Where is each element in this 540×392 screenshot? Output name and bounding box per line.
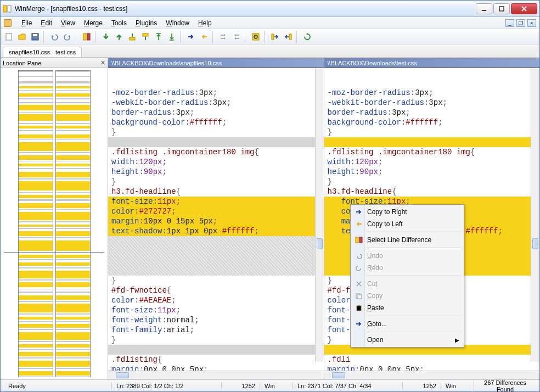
code-line[interactable]: } (108, 177, 324, 187)
first-diff-icon[interactable] (153, 31, 165, 43)
code-line[interactable]: .fdlisting .imgcontainer180 img{ (108, 147, 324, 157)
code-line[interactable]: font-size:11px; (108, 305, 324, 315)
code-line[interactable]: .fdli (324, 355, 540, 365)
location-pane-body[interactable] (1, 68, 108, 379)
ctx-paste[interactable]: Paste (352, 302, 463, 314)
code-line[interactable]: h3.fd-headline{ (108, 187, 324, 197)
ctx-goto-[interactable]: Goto... (352, 318, 463, 330)
code-line[interactable] (108, 256, 324, 266)
code-line[interactable]: -webkit-border-radius:3px; (108, 98, 324, 108)
prev-diff-yellow-icon[interactable] (139, 31, 151, 43)
code-line[interactable]: -webkit-border-radius:3px; (324, 98, 540, 108)
code-line[interactable]: background-color:#ffffff; (108, 117, 324, 127)
code-line[interactable]: margin:0px 0 0px 5px; (324, 365, 540, 371)
horizontal-scrollbar[interactable] (108, 371, 324, 379)
location-column-right[interactable] (55, 70, 91, 377)
code-line[interactable] (108, 137, 324, 147)
code-line[interactable]: margin:10px 0 15px 5px; (108, 216, 324, 226)
location-pane-close-icon[interactable]: ✕ (100, 59, 105, 66)
svg-rect-18 (358, 295, 362, 299)
code-line[interactable]: margin:0px 0 0px 5px; (108, 365, 324, 371)
paste-icon (354, 304, 364, 312)
code-line[interactable]: font-family:arial; (108, 325, 324, 335)
copy-right-icon[interactable] (185, 31, 197, 43)
next-diff-yellow-icon[interactable] (126, 31, 138, 43)
code-line[interactable]: .fdlisting{ (108, 355, 324, 365)
prev-diff-icon[interactable] (113, 31, 125, 43)
location-cursor[interactable] (4, 252, 104, 253)
code-line[interactable] (108, 246, 324, 256)
code-line[interactable] (108, 345, 324, 355)
menu-view[interactable]: View (57, 18, 80, 28)
new-icon[interactable] (3, 31, 15, 43)
status-left-eol: Win (260, 383, 292, 389)
minimize-button[interactable] (476, 3, 492, 14)
titlebar[interactable]: WinMerge - [snapfiles10.css - test.css] (1, 1, 539, 17)
menu-plugins[interactable]: Plugins (131, 18, 161, 28)
last-diff-icon[interactable] (166, 31, 178, 43)
refresh-icon[interactable] (250, 31, 262, 43)
code-line[interactable]: color:#AEAEAE; (108, 295, 324, 305)
code-line[interactable]: } (324, 177, 540, 187)
code-line[interactable]: font-weight:normal; (108, 315, 324, 325)
menu-help[interactable]: Help (194, 18, 216, 28)
menu-tools[interactable]: Tools (107, 18, 131, 28)
code-line[interactable]: } (108, 335, 324, 345)
close-button[interactable] (511, 3, 537, 14)
code-line[interactable]: } (108, 276, 324, 285)
undo-icon[interactable] (48, 31, 60, 43)
code-line[interactable]: .fdlisting .imgcontainer180 img{ (324, 147, 540, 157)
code-line[interactable] (324, 137, 540, 147)
copy-all-right-icon[interactable] (217, 31, 229, 43)
code-line[interactable]: background-color:#ffffff; (324, 117, 540, 127)
code-line[interactable]: } (108, 127, 324, 137)
menu-file[interactable]: File (17, 18, 36, 28)
copy-right-diff-icon[interactable] (269, 31, 281, 43)
code-line[interactable]: color:#272727; (108, 206, 324, 216)
maximize-button[interactable] (493, 3, 510, 14)
open-icon[interactable] (16, 31, 28, 43)
svg-rect-10 (143, 33, 148, 36)
svg-rect-15 (356, 237, 358, 243)
code-line[interactable]: h3.fd-headline{ (324, 187, 540, 197)
svg-rect-11 (252, 33, 259, 40)
menu-window[interactable]: Window (161, 18, 194, 28)
copy-left-diff-icon[interactable] (282, 31, 294, 43)
code-line[interactable]: #fd-fwnotice{ (108, 285, 324, 295)
ctx-copy-to-right[interactable]: Copy to Right (352, 206, 463, 218)
menu-edit[interactable]: Edit (36, 18, 57, 28)
code-line[interactable]: font-size:11px; (108, 197, 324, 206)
copy-left-icon[interactable] (198, 31, 210, 43)
document-tab[interactable]: snapfiles10.css - test.css (3, 47, 82, 57)
redo-icon[interactable] (61, 31, 74, 43)
ctx-open[interactable]: Open▶ (352, 334, 463, 346)
copy-all-left-icon[interactable] (230, 31, 243, 43)
code-line[interactable]: text-shadow:1px 1px 0px #ffffff; (108, 226, 324, 236)
ctx-select-line-difference[interactable]: Select Line Difference (352, 234, 463, 246)
mdi-restore-button[interactable]: ❐ (516, 19, 525, 27)
code-line[interactable] (108, 266, 324, 276)
code-line[interactable]: border-radius:3px; (324, 108, 540, 117)
code-line[interactable]: border-radius:3px; (108, 108, 324, 117)
diff-split-icon[interactable] (81, 31, 93, 43)
location-column-left[interactable] (18, 70, 53, 377)
code-line[interactable]: height:90px; (324, 167, 540, 177)
code-line[interactable]: height:90px; (108, 167, 324, 177)
rescan-icon[interactable] (301, 31, 313, 43)
code-line[interactable]: width:120px; (324, 157, 540, 167)
code-line[interactable]: -moz-border-radius:3px; (324, 88, 540, 98)
horizontal-scrollbar[interactable] (324, 371, 540, 379)
code-line[interactable]: -moz-border-radius:3px; (108, 88, 324, 98)
code-line[interactable] (108, 236, 324, 246)
vertical-scrollbar[interactable] (531, 68, 539, 362)
code-line[interactable]: width:120px; (108, 157, 324, 167)
left-editor-body[interactable]: -moz-border-radius:3px;-webkit-border-ra… (108, 68, 324, 371)
save-icon[interactable] (29, 31, 41, 43)
mdi-close-button[interactable]: × (527, 19, 536, 27)
vertical-scrollbar[interactable] (315, 68, 324, 362)
next-diff-icon[interactable] (100, 31, 112, 43)
mdi-minimize-button[interactable]: _ (505, 19, 514, 27)
menu-merge[interactable]: Merge (80, 18, 107, 28)
ctx-copy-to-left[interactable]: Copy to Left (352, 218, 463, 230)
code-line[interactable]: } (324, 127, 540, 137)
